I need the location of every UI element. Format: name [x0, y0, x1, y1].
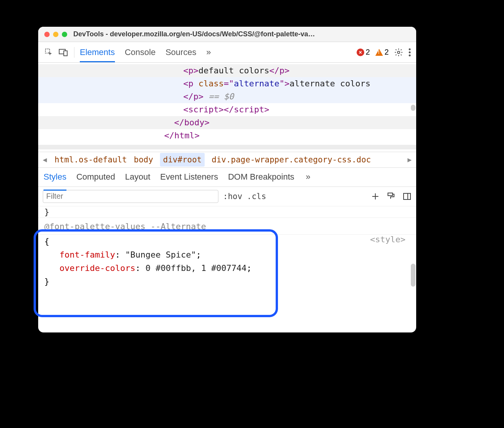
more-tabs-button[interactable]: »: [206, 47, 211, 57]
titlebar: DevTools - developer.mozilla.org/en-US/d…: [38, 27, 416, 42]
svg-rect-7: [388, 193, 393, 196]
style-source-link[interactable]: <style>: [370, 235, 405, 244]
css-property-value[interactable]: 0 #00ffbb, 1 #007744: [145, 263, 247, 273]
styles-body[interactable]: } @font-palette-values --Alternate { fon…: [38, 206, 416, 332]
panel-tabs: Elements Console Sources »: [80, 43, 211, 62]
warnings-count: 2: [384, 48, 389, 57]
tab-event-listeners[interactable]: Event Listeners: [160, 167, 218, 186]
settings-icon[interactable]: [394, 48, 403, 57]
dom-node[interactable]: <p>default colors</p>: [38, 64, 416, 77]
window-title: DevTools - developer.mozilla.org/en-US/d…: [73, 30, 410, 38]
rule-header[interactable]: @font-palette-values --Alternate: [38, 217, 416, 234]
device-toggle-icon[interactable]: [58, 47, 69, 58]
svg-point-3: [397, 51, 400, 54]
tab-layout[interactable]: Layout: [125, 167, 150, 186]
css-property-name[interactable]: font-family: [60, 250, 115, 259]
hov-toggle[interactable]: :hov: [223, 192, 242, 201]
devtools-window: DevTools - developer.mozilla.org/en-US/d…: [38, 27, 416, 332]
errors-count: 2: [366, 48, 370, 57]
styles-tabs: Styles Computed Layout Event Listeners D…: [38, 168, 416, 187]
main-toolbar: Elements Console Sources » × 2 2: [38, 42, 416, 63]
css-property-name[interactable]: override-colors: [60, 263, 136, 273]
errors-badge[interactable]: × 2: [357, 48, 370, 57]
minimize-window-button[interactable]: [53, 32, 58, 37]
svg-point-6: [409, 54, 411, 56]
rule-body[interactable]: { font-family: "Bungee Spice"; override-…: [38, 234, 416, 292]
toolbar-right: × 2 2: [357, 48, 411, 57]
breadcrumb: ◀ html.os-default body div#root div.page…: [38, 152, 416, 168]
traffic-lights: [44, 32, 67, 37]
vertical-scrollbar[interactable]: [411, 105, 415, 111]
horizontal-scrollbar[interactable]: [38, 145, 416, 149]
new-style-rule-icon[interactable]: [371, 192, 380, 201]
tab-computed[interactable]: Computed: [76, 167, 115, 186]
styles-filter-input[interactable]: [43, 190, 218, 203]
dom-node-selected[interactable]: <p class="alternate">alternate colors </…: [38, 77, 416, 103]
breadcrumb-right-icon[interactable]: ▶: [407, 156, 412, 164]
cls-toggle[interactable]: .cls: [247, 192, 267, 201]
breadcrumb-item-selected[interactable]: div#root: [160, 153, 205, 167]
dom-tree[interactable]: <p>default colors</p> <p class="alternat…: [38, 63, 416, 152]
toolbar-divider: [74, 47, 74, 58]
toggle-sidebar-icon[interactable]: [402, 192, 412, 201]
prev-rule-close: }: [38, 206, 416, 217]
svg-rect-8: [404, 193, 410, 199]
more-styles-tabs-button[interactable]: »: [306, 172, 310, 182]
inspect-element-icon[interactable]: [44, 47, 54, 58]
css-property-value[interactable]: "Bungee Spice": [125, 250, 196, 259]
dom-node[interactable]: <script></script>: [38, 103, 416, 116]
tab-console[interactable]: Console: [125, 43, 156, 62]
styles-filter-row: :hov .cls: [38, 187, 416, 206]
tab-elements[interactable]: Elements: [80, 43, 115, 62]
warnings-badge[interactable]: 2: [375, 48, 389, 57]
breadcrumb-item[interactable]: body: [134, 155, 153, 164]
error-icon: ×: [357, 49, 364, 56]
tab-styles[interactable]: Styles: [44, 167, 66, 186]
warning-icon: [375, 49, 383, 56]
tab-dom-breakpoints[interactable]: DOM Breakpoints: [228, 167, 294, 186]
dom-node[interactable]: </body>: [38, 116, 416, 129]
paint-icon[interactable]: [386, 192, 396, 201]
more-options-icon[interactable]: [409, 48, 411, 57]
zoom-window-button[interactable]: [62, 32, 67, 37]
rule-close-brace: }: [44, 277, 49, 286]
svg-rect-2: [64, 51, 67, 56]
svg-point-5: [409, 51, 411, 53]
dom-node[interactable]: </html>: [38, 129, 416, 142]
close-window-button[interactable]: [44, 32, 50, 37]
breadcrumb-left-icon[interactable]: ◀: [42, 156, 48, 164]
vertical-scrollbar[interactable]: [411, 264, 415, 287]
breadcrumb-item[interactable]: html.os-default: [55, 155, 127, 164]
breadcrumb-item[interactable]: div.page-wrapper.category-css.doc: [212, 155, 400, 164]
svg-point-4: [409, 48, 411, 50]
tab-sources[interactable]: Sources: [165, 43, 196, 62]
rule-open-brace: {: [44, 237, 49, 246]
